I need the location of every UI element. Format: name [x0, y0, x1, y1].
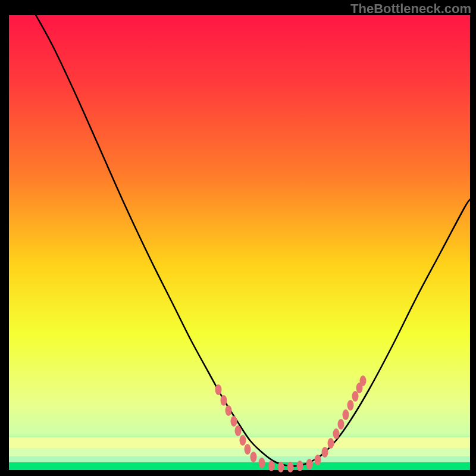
brand-watermark: TheBottleneck.com: [350, 1, 471, 17]
curve-marker-21: [352, 391, 359, 402]
bottom-band-0: [9, 437, 470, 448]
curve-marker-20: [347, 400, 354, 411]
curve-marker-23: [360, 375, 367, 386]
curve-marker-19: [343, 409, 349, 420]
curve-marker-6: [245, 444, 251, 455]
curve-marker-0: [215, 384, 222, 395]
curve-marker-15: [322, 447, 328, 458]
curve-marker-10: [278, 462, 284, 472]
curve-marker-9: [268, 461, 275, 471]
bottom-band-2: [9, 456, 470, 462]
curve-marker-12: [297, 461, 303, 471]
curve-marker-11: [287, 462, 294, 472]
bottom-band-1: [9, 448, 470, 456]
curve-marker-4: [235, 425, 242, 436]
chart-canvas: TheBottleneck.com: [0, 0, 476, 476]
curve-marker-8: [259, 458, 265, 468]
curve-marker-3: [231, 416, 237, 427]
bottom-band-3: [9, 462, 470, 470]
curve-marker-1: [221, 395, 227, 406]
curve-marker-14: [315, 455, 321, 465]
curve-marker-7: [250, 452, 257, 462]
curve-marker-13: [306, 459, 313, 469]
curve-marker-2: [226, 405, 232, 416]
plot-svg: [0, 0, 476, 476]
curve-marker-5: [240, 435, 246, 446]
curve-marker-17: [333, 428, 340, 439]
gradient-bg: [9, 15, 470, 470]
curve-marker-18: [338, 419, 345, 430]
curve-marker-16: [328, 438, 334, 449]
